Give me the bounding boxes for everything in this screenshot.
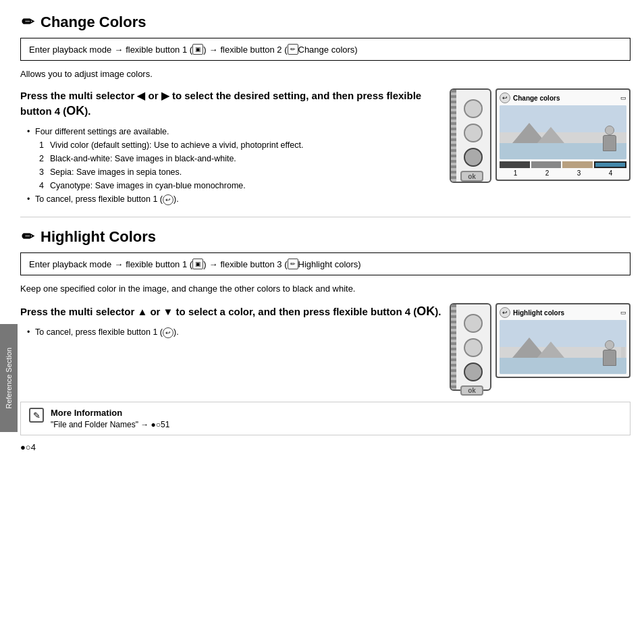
info-link: "File and Folder Names" → ●○51: [51, 420, 169, 429]
bullet-text-1: To cancel, press flexible button 1 (↩).: [35, 194, 179, 204]
info-title: More Information: [51, 408, 169, 418]
page-number: ●○4: [20, 442, 630, 452]
person-1: [599, 126, 620, 159]
cam-btn-round-3: [464, 148, 483, 167]
highlight-colors-title: Highlight Colors: [41, 228, 156, 246]
cam-btn-round-2: [464, 124, 483, 142]
highlight-colors-screen: ↩ Highlight colors ▭: [495, 303, 630, 378]
cam-ok-button-1: ok: [460, 171, 483, 182]
hl-screen-signal-icon: ▭: [620, 309, 626, 316]
screen-title-1: Change colors: [513, 95, 620, 102]
change-colors-title: Change Colors: [41, 14, 146, 31]
color-box-0: [500, 161, 530, 168]
hl-nav-arrow-1: →: [114, 259, 123, 269]
screen-signal-icon: ▭: [620, 95, 626, 101]
camera-body-2: ok: [450, 303, 491, 391]
numbered-text-0: Vivid color (default setting): Use to ac…: [50, 140, 303, 150]
color-box-2: [562, 161, 593, 168]
change-colors-heading: Press the multi selector ◀ or ▶ to selec…: [20, 88, 443, 119]
numbered-item-1: 2Black-and-white: Save images in black-a…: [50, 152, 443, 165]
person-head-2: [605, 340, 614, 350]
cam-btn-round-6: [464, 363, 483, 381]
color-nums-1: 1 2 3 4: [500, 169, 626, 177]
highlight-colors-description: Keep one specified color in the image, a…: [20, 284, 630, 294]
change-colors-nav-box: Enter playback mode → flexible button 1 …: [20, 38, 630, 61]
camera-body-1: ok: [450, 88, 491, 183]
color-box-1: [531, 161, 562, 168]
numbered-item-0: 1Vivid color (default setting): Use to a…: [50, 138, 443, 152]
change-colors-description: Allows you to adjust image colors.: [20, 69, 630, 79]
numbered-text-1: Black-and-white: Save images in black-an…: [50, 154, 236, 163]
landscape-2: [500, 320, 626, 374]
nav-flex-btn1-end: ): [203, 45, 206, 55]
person-2: [599, 340, 620, 374]
change-colors-text: Press the multi selector ◀ or ▶ to selec…: [20, 88, 443, 206]
person-body-1: [603, 135, 616, 151]
change-colors-subsection: Press the multi selector ◀ or ▶ to selec…: [20, 88, 630, 206]
info-icon: ✎: [29, 408, 44, 423]
bullet-text-0: Four different settings are available.: [35, 127, 169, 136]
cam-btn-round-5: [464, 338, 483, 357]
numbered-items-list: 1Vivid color (default setting): Use to a…: [35, 138, 443, 192]
more-info-box: ✎ More Information "File and Folder Name…: [20, 402, 630, 435]
sidebar-text: Reference Section: [5, 348, 13, 409]
screen-image-2: [500, 320, 626, 374]
hl-nav-flex-btn1-end: ): [203, 259, 206, 269]
numbered-item-3: 4Cyanotype: Save images in cyan-blue mon…: [50, 179, 443, 192]
ok-label-2: OK: [417, 304, 435, 318]
highlight-colors-subsection: Press the multi selector ▲ or ▼ to selec…: [20, 303, 630, 391]
color-num-2: 2: [545, 169, 549, 177]
person-head-1: [605, 126, 614, 135]
highlight-colors-bullets: To cancel, press flexible button 1 (↩).: [20, 325, 443, 339]
screen-image-1: [500, 105, 626, 159]
highlight-colors-section-title: ✏ Highlight Colors: [20, 228, 630, 246]
highlight-colors-heading: Press the multi selector ▲ or ▼ to selec…: [20, 303, 443, 320]
color-num-4: 4: [609, 169, 613, 177]
return-icon-2: ↩: [163, 327, 173, 338]
hl-nav-flex-btn3: flexible button 3 (: [220, 259, 287, 269]
cam-btn-round-4: [464, 314, 483, 333]
highlight-colors-nav-box: Enter playback mode → flexible button 1 …: [20, 252, 630, 275]
info-content: More Information "File and Folder Names"…: [51, 408, 169, 429]
camera-dial-strip-2: [451, 304, 456, 390]
nav-flex-btn2-end: Change colors): [298, 45, 358, 55]
hl-flex-btn1-icon: ▣: [192, 259, 203, 269]
bullet-item-0: Four different settings are available. 1…: [27, 125, 443, 192]
flex-btn1-icon: ▣: [192, 44, 203, 55]
camera-buttons-1: [464, 99, 483, 167]
change-colors-section-title: ✏ Change Colors: [20, 14, 630, 31]
hl-nav-playback-text: Enter playback mode: [29, 259, 111, 269]
screen-header-2: ↩ Highlight colors ▭: [500, 307, 626, 318]
hl-nav-flex-btn1: flexible button 1 (: [126, 259, 192, 269]
ok-label: OK: [66, 104, 84, 117]
nav-flex-btn2: flexible button 2 (: [220, 45, 287, 55]
numbered-text-2: Sepia: Save images in sepia tones.: [50, 167, 182, 177]
screen-header-1: ↩ Change colors ▭: [500, 92, 626, 103]
camera-dial-strip-1: [451, 90, 456, 182]
change-colors-icon: ✏: [20, 15, 35, 30]
nav-playback-text: Enter playback mode: [29, 45, 111, 55]
color-num-1: 1: [514, 169, 518, 177]
screen-title-2: Highlight colors: [513, 309, 620, 317]
hl-bullet-text-0: To cancel, press flexible button 1 (↩).: [35, 327, 179, 337]
hl-nav-flex-btn3-end: Highlight colors): [298, 259, 361, 269]
landscape-1: [500, 105, 626, 159]
flex-btn2-icon: ✏: [288, 44, 298, 55]
highlight-colors-icon: ✏: [20, 230, 35, 244]
change-colors-bullets: Four different settings are available. 1…: [20, 125, 443, 206]
highlight-colors-text: Press the multi selector ▲ or ▼ to selec…: [20, 303, 443, 391]
hl-nav-arrow-2: →: [209, 259, 217, 269]
divider-1: [20, 217, 630, 217]
mountain-2: [537, 127, 564, 143]
camera-buttons-2: [464, 314, 483, 381]
mountain-4: [537, 342, 564, 358]
numbered-item-2: 3Sepia: Save images in sepia tones.: [50, 165, 443, 179]
nav-flex-btn1: flexible button 1 (: [126, 45, 192, 55]
numbered-text-3: Cyanotype: Save images in cyan-blue mono…: [50, 181, 246, 190]
hl-flex-btn3-icon: ✏: [288, 259, 298, 269]
hl-bullet-item-0: To cancel, press flexible button 1 (↩).: [27, 325, 443, 339]
color-num-3: 3: [577, 169, 581, 177]
page-num-text: ●○4: [20, 442, 36, 452]
nav-arrow-1: →: [114, 45, 123, 55]
change-colors-screen: ↩ Change colors ▭: [495, 88, 630, 181]
